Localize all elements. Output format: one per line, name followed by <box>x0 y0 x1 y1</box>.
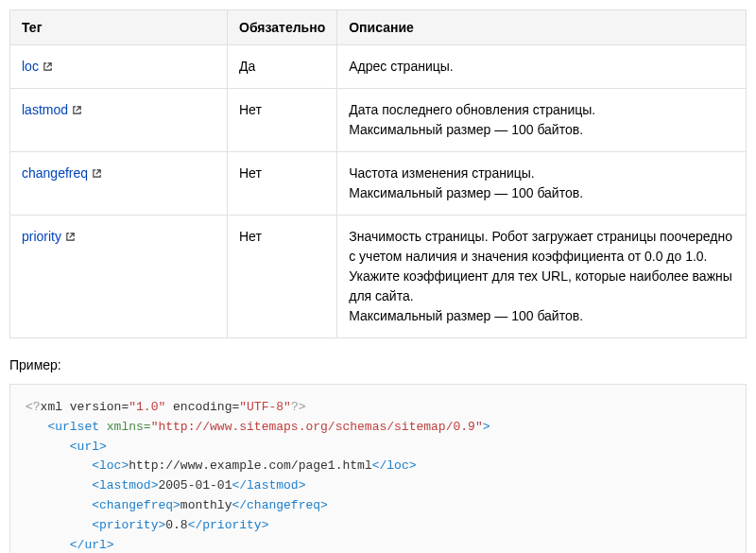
code-token: <priority> <box>92 518 165 532</box>
example-label: Пример: <box>9 357 747 372</box>
code-token: http://www.example.com/page1.html <box>129 458 371 473</box>
code-token: <url> <box>70 440 107 454</box>
code-token <box>26 498 92 512</box>
description-cell: Адрес страницы. <box>337 45 747 89</box>
code-token: ?> <box>291 400 306 414</box>
required-cell: Нет <box>228 216 337 338</box>
code-token: xmlns= <box>99 420 151 434</box>
code-token: <urlset <box>47 420 99 434</box>
external-link-icon <box>65 232 76 242</box>
code-token: </loc> <box>372 458 417 473</box>
header-description: Описание <box>337 10 747 45</box>
required-cell: Нет <box>228 89 337 152</box>
header-required: Обязательно <box>228 10 337 45</box>
code-token: encoding= <box>165 400 239 414</box>
code-token: 0.8 <box>165 518 187 532</box>
code-token <box>26 420 47 434</box>
tag-link-loc[interactable]: loc <box>22 57 53 77</box>
tag-link-lastmod[interactable]: lastmod <box>22 100 82 120</box>
code-token: "UTF-8" <box>239 400 291 414</box>
code-token: <? <box>26 400 41 414</box>
sitemap-tags-table: Тег Обязательно Описание locДаАдрес стра… <box>9 9 747 338</box>
tag-link-priority[interactable]: priority <box>22 227 76 247</box>
table-row: priorityНетЗначимость страницы. Робот за… <box>10 216 747 338</box>
description-cell: Частота изменения страницы.Максимальный … <box>337 152 747 216</box>
code-token: <lastmod> <box>92 478 158 493</box>
code-token: > <box>483 420 490 434</box>
tag-link-label: loc <box>22 57 39 77</box>
required-cell: Нет <box>228 152 337 216</box>
table-row: locДаАдрес страницы. <box>10 45 747 89</box>
code-example: <?xml version="1.0" encoding="UTF-8"?> <… <box>9 384 747 553</box>
code-token: <changefreq> <box>92 498 180 512</box>
code-token: "http://www.sitemaps.org/schemas/sitemap… <box>151 420 483 434</box>
external-link-icon <box>43 61 53 72</box>
table-row: changefreqНетЧастота изменения страницы.… <box>10 152 747 216</box>
code-token: </priority> <box>188 518 269 532</box>
table-row: lastmodНетДата последнего обновления стр… <box>10 89 747 152</box>
code-token: </lastmod> <box>232 478 305 493</box>
code-token <box>26 440 70 454</box>
code-token: </changefreq> <box>232 498 327 512</box>
code-token: <loc> <box>92 458 129 473</box>
code-token: </url> <box>70 538 114 552</box>
code-token <box>26 518 92 532</box>
description-cell: Значимость страницы. Робот загружает стр… <box>337 216 747 338</box>
code-token <box>26 538 70 552</box>
code-token <box>26 458 92 473</box>
code-token: xml version= <box>41 400 129 414</box>
header-tag: Тег <box>10 10 228 45</box>
required-cell: Да <box>228 45 337 89</box>
external-link-icon <box>72 105 82 115</box>
code-token: monthly <box>180 498 232 512</box>
code-token <box>26 478 92 493</box>
external-link-icon <box>92 168 102 179</box>
tag-link-label: lastmod <box>22 100 68 120</box>
tag-link-label: priority <box>22 227 61 247</box>
tag-link-changefreq[interactable]: changefreq <box>22 164 102 183</box>
code-token: 2005-01-01 <box>158 478 232 493</box>
description-cell: Дата последнего обновления страницы.Макс… <box>337 89 747 152</box>
code-token: "1.0" <box>129 400 165 414</box>
tag-link-label: changefreq <box>22 164 88 183</box>
